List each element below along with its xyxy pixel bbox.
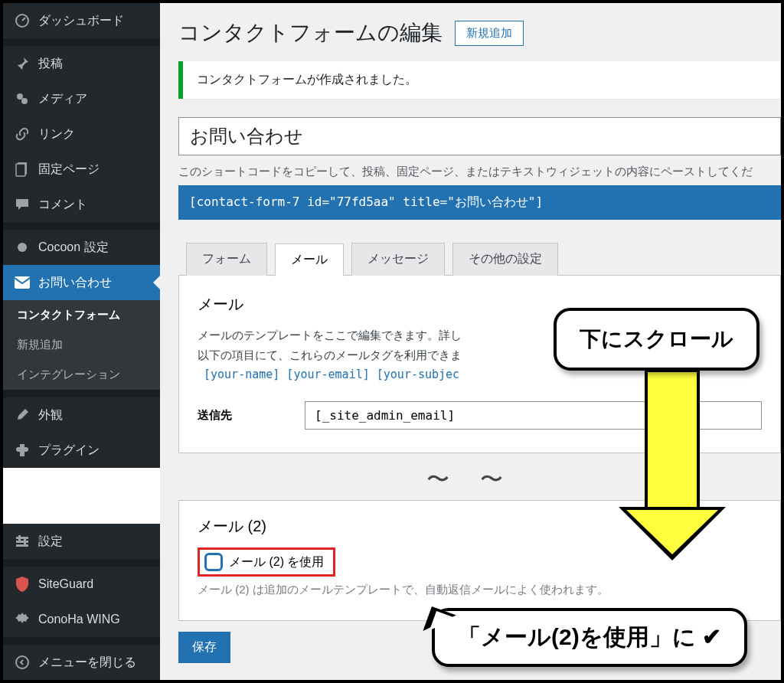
svg-rect-11 bbox=[24, 539, 26, 544]
tab-form[interactable]: フォーム bbox=[186, 243, 267, 276]
save-button[interactable]: 保存 bbox=[178, 632, 230, 663]
shield-icon bbox=[14, 576, 31, 593]
sidebar-label: コメント bbox=[38, 197, 87, 213]
svg-point-13 bbox=[16, 656, 28, 668]
admin-sidebar: ダッシュボード 投稿 メディア リンク 固定ページ コメント Cocoon 設定 bbox=[3, 3, 160, 680]
success-notice: コンタクトフォームが作成されました。 bbox=[178, 61, 780, 99]
sidebar-label: SiteGuard bbox=[38, 577, 93, 591]
settings-icon bbox=[14, 533, 31, 550]
main-content: コンタクトフォームの編集 新規追加 コンタクトフォームが作成されました。 このシ… bbox=[160, 3, 781, 680]
sidebar-item-conoha[interactable]: ConoHa WING bbox=[3, 602, 160, 637]
sidebar-item-media[interactable]: メディア bbox=[3, 81, 160, 116]
sidebar-label: 固定ページ bbox=[38, 162, 100, 178]
pin-icon bbox=[14, 55, 31, 72]
sidebar-item-links[interactable]: リンク bbox=[3, 116, 160, 152]
svg-point-2 bbox=[21, 98, 28, 104]
use-mail2-checkbox[interactable] bbox=[204, 553, 223, 571]
sidebar-label: ConoHa WING bbox=[38, 613, 120, 626]
sidebar-label: リンク bbox=[38, 126, 75, 142]
form-title-input[interactable] bbox=[178, 117, 781, 155]
sidebar-submenu: コンタクトフォーム 新規追加 インテグレーション bbox=[3, 300, 160, 390]
sidebar-label: 設定 bbox=[38, 534, 63, 550]
comment-icon bbox=[14, 196, 31, 213]
shortcode-box[interactable]: [contact-form-7 id="77fd5aa" title="お問い合… bbox=[178, 185, 781, 220]
shortcode-helper: このショートコードをコピーして、投稿、固定ページ、またはテキストウィジェットの内… bbox=[178, 165, 781, 179]
sidebar-label: Cocoon 設定 bbox=[38, 240, 109, 256]
add-new-button[interactable]: 新規追加 bbox=[455, 21, 524, 46]
tabs: フォーム メール メッセージ その他の設定 bbox=[178, 243, 781, 276]
svg-rect-10 bbox=[18, 535, 21, 541]
collapse-icon bbox=[14, 654, 31, 671]
sidebar-collapse[interactable]: メニューを閉じる bbox=[3, 645, 160, 680]
submenu-item-integration[interactable]: インテグレーション bbox=[3, 360, 160, 390]
submenu-item-contactform[interactable]: コンタクトフォーム bbox=[3, 300, 160, 330]
svg-rect-7 bbox=[16, 537, 28, 539]
use-mail2-label: メール (2) を使用 bbox=[229, 554, 324, 570]
sidebar-label: メディア bbox=[38, 91, 87, 107]
annotation-scroll: 下にスクロール bbox=[554, 308, 760, 371]
dot-icon bbox=[14, 239, 31, 256]
svg-point-5 bbox=[18, 243, 27, 252]
to-label: 送信先 bbox=[198, 408, 305, 423]
sidebar-item-settings[interactable]: 設定 bbox=[3, 524, 160, 559]
sidebar-label: メニューを閉じる bbox=[38, 655, 136, 671]
sidebar-item-dashboard[interactable]: ダッシュボード bbox=[3, 3, 160, 38]
sidebar-label: 投稿 bbox=[38, 56, 63, 72]
use-mail2-checkbox-wrap[interactable]: メール (2) を使用 bbox=[198, 547, 335, 577]
sidebar-item-posts[interactable]: 投稿 bbox=[3, 46, 160, 81]
annotation-check: 「メール(2)を使用」に ✔ bbox=[432, 608, 747, 667]
sidebar-item-cocoon[interactable]: Cocoon 設定 bbox=[3, 230, 160, 265]
brush-icon bbox=[14, 407, 31, 423]
annotation-arrow bbox=[645, 369, 726, 560]
mail-icon bbox=[14, 274, 31, 291]
mail2-sub: メール (2) は追加のメールテンプレートで、自動返信メールによく使われます。 bbox=[198, 583, 762, 597]
sidebar-item-appearance[interactable]: 外観 bbox=[3, 397, 160, 433]
media-icon bbox=[14, 90, 31, 107]
gear-icon bbox=[14, 611, 31, 628]
sidebar-label: ダッシュボード bbox=[38, 13, 124, 29]
svg-rect-4 bbox=[16, 164, 25, 176]
svg-rect-8 bbox=[16, 541, 28, 543]
sidebar-item-pages[interactable]: 固定ページ bbox=[3, 152, 160, 187]
tab-other[interactable]: その他の設定 bbox=[452, 243, 558, 276]
sidebar-item-contact[interactable]: お問い合わせ bbox=[3, 265, 160, 300]
sidebar-item-plugins[interactable]: プラグイン bbox=[3, 433, 160, 468]
tab-messages[interactable]: メッセージ bbox=[351, 243, 445, 276]
dashboard-icon bbox=[14, 12, 31, 29]
svg-rect-9 bbox=[16, 544, 28, 547]
sidebar-label: プラグイン bbox=[38, 443, 100, 459]
tab-mail[interactable]: メール bbox=[275, 243, 344, 276]
svg-point-1 bbox=[17, 93, 23, 100]
plugin-icon bbox=[14, 442, 31, 459]
submenu-item-addnew[interactable]: 新規追加 bbox=[3, 330, 160, 360]
page-title: コンタクトフォームの編集 bbox=[178, 18, 443, 47]
sidebar-label: お問い合わせ bbox=[38, 275, 112, 291]
page-icon bbox=[14, 161, 31, 178]
sidebar-label: 外観 bbox=[38, 407, 63, 423]
link-icon bbox=[14, 126, 31, 142]
sidebar-item-comments[interactable]: コメント bbox=[3, 187, 160, 222]
sidebar-item-siteguard[interactable]: SiteGuard bbox=[3, 567, 160, 602]
